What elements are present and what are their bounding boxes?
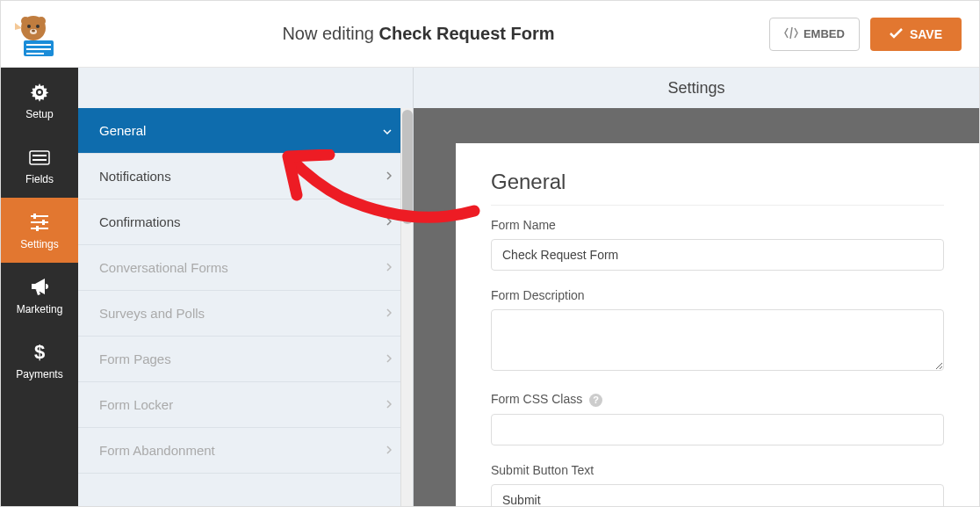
settings-item-notifications[interactable]: Notifications	[78, 154, 413, 199]
sidebar-item-label: Payments	[16, 368, 62, 380]
settings-item-label: Conversational Forms	[99, 260, 228, 275]
header: Now editing Check Request Form EMBED SAV…	[1, 1, 979, 68]
chevron-right-icon	[386, 216, 392, 228]
page-title: Now editing Check Request Form	[68, 24, 769, 44]
settings-item-label: General	[99, 123, 146, 138]
sliders-icon	[29, 212, 50, 233]
gear-icon	[29, 82, 50, 103]
chevron-right-icon	[386, 170, 392, 183]
header-actions: EMBED SAVE	[769, 18, 962, 51]
chevron-right-icon	[386, 262, 392, 274]
save-label: SAVE	[910, 27, 942, 41]
svg-rect-16	[31, 228, 48, 229]
check-icon	[890, 27, 903, 41]
chevron-right-icon	[386, 445, 392, 457]
form-description-input[interactable]	[491, 309, 944, 371]
settings-item-label: Confirmations	[99, 214, 181, 229]
svg-point-3	[27, 25, 31, 28]
chevron-down-icon	[383, 125, 392, 137]
code-icon	[784, 27, 798, 41]
editing-form-name: Check Request Form	[378, 24, 554, 43]
form-css-class-input[interactable]	[491, 414, 944, 445]
sidebar: Setup Fields Settings Marketing $ Paymen…	[1, 68, 78, 506]
svg-rect-18	[42, 220, 45, 225]
settings-item-form-locker[interactable]: Form Locker	[78, 382, 413, 428]
svg-text:$: $	[34, 342, 45, 363]
sidebar-item-label: Fields	[25, 173, 54, 185]
settings-item-confirmations[interactable]: Confirmations	[78, 199, 413, 245]
embed-label: EMBED	[803, 27, 845, 40]
submit-button-text-input[interactable]	[491, 484, 944, 507]
settings-panel-title	[78, 68, 413, 108]
svg-point-6	[32, 29, 35, 32]
settings-item-conversational-forms[interactable]: Conversational Forms	[78, 245, 413, 291]
scrollbar[interactable]	[400, 108, 413, 506]
svg-rect-11	[30, 151, 49, 164]
help-icon[interactable]: ?	[589, 394, 602, 407]
save-button[interactable]: SAVE	[870, 18, 962, 51]
bullhorn-icon	[29, 277, 50, 298]
settings-panel: General Notifications Confirmations Conv…	[78, 68, 414, 506]
svg-point-4	[36, 25, 40, 28]
svg-point-2	[37, 17, 46, 25]
chevron-right-icon	[386, 353, 392, 366]
sidebar-item-label: Settings	[20, 238, 58, 250]
settings-item-form-abandonment[interactable]: Form Abandonment	[78, 428, 413, 474]
svg-rect-12	[32, 155, 47, 156]
settings-item-surveys-polls[interactable]: Surveys and Polls	[78, 291, 413, 337]
settings-item-label: Form Locker	[99, 397, 173, 412]
sidebar-item-payments[interactable]: $ Payments	[1, 328, 78, 393]
preview-header-title: Settings	[414, 68, 979, 108]
section-title: General	[491, 170, 944, 206]
svg-rect-9	[26, 48, 51, 50]
svg-rect-13	[32, 159, 47, 161]
svg-rect-19	[36, 226, 39, 231]
preview-panel: Settings General Form Name Form Descript…	[414, 68, 979, 506]
settings-item-form-pages[interactable]: Form Pages	[78, 337, 413, 382]
list-icon	[29, 147, 50, 168]
settings-list: General Notifications Confirmations Conv…	[78, 108, 413, 506]
chevron-right-icon	[386, 399, 392, 411]
svg-rect-17	[33, 214, 36, 219]
svg-rect-10	[26, 53, 44, 54]
settings-item-label: Notifications	[99, 169, 171, 184]
settings-item-general[interactable]: General	[78, 108, 413, 154]
form-css-class-label: Form CSS Class ?	[491, 392, 944, 407]
sidebar-item-marketing[interactable]: Marketing	[1, 263, 78, 328]
chevron-right-icon	[386, 308, 392, 320]
submit-button-text-field: Submit Button Text	[491, 463, 944, 507]
form-css-class-field: Form CSS Class ?	[491, 392, 944, 445]
form-name-label: Form Name	[491, 218, 944, 232]
sidebar-item-settings[interactable]: Settings	[1, 198, 78, 263]
settings-item-label: Form Pages	[99, 351, 171, 366]
scrollbar-thumb[interactable]	[402, 110, 413, 224]
svg-rect-15	[31, 221, 48, 223]
embed-button[interactable]: EMBED	[769, 18, 860, 51]
form-description-label: Form Description	[491, 288, 944, 302]
form-description-field: Form Description	[491, 288, 944, 374]
sidebar-item-label: Marketing	[17, 303, 63, 315]
form-name-field: Form Name	[491, 218, 944, 271]
preview-wrapper: General Form Name Form Description Form …	[414, 108, 979, 506]
settings-item-label: Form Abandonment	[99, 443, 215, 458]
sidebar-item-setup[interactable]: Setup	[1, 68, 78, 133]
body: Setup Fields Settings Marketing $ Paymen…	[1, 68, 979, 506]
app-logo	[10, 11, 57, 58]
settings-item-label: Surveys and Polls	[99, 306, 205, 321]
submit-button-text-label: Submit Button Text	[491, 463, 944, 477]
dollar-icon: $	[29, 342, 50, 363]
editing-prefix: Now editing	[282, 24, 378, 43]
sidebar-item-label: Setup	[25, 108, 53, 120]
svg-point-1	[21, 17, 30, 25]
form-name-input[interactable]	[491, 239, 944, 271]
svg-rect-8	[26, 44, 51, 46]
preview-content: General Form Name Form Description Form …	[456, 143, 979, 506]
sidebar-item-fields[interactable]: Fields	[1, 133, 78, 198]
